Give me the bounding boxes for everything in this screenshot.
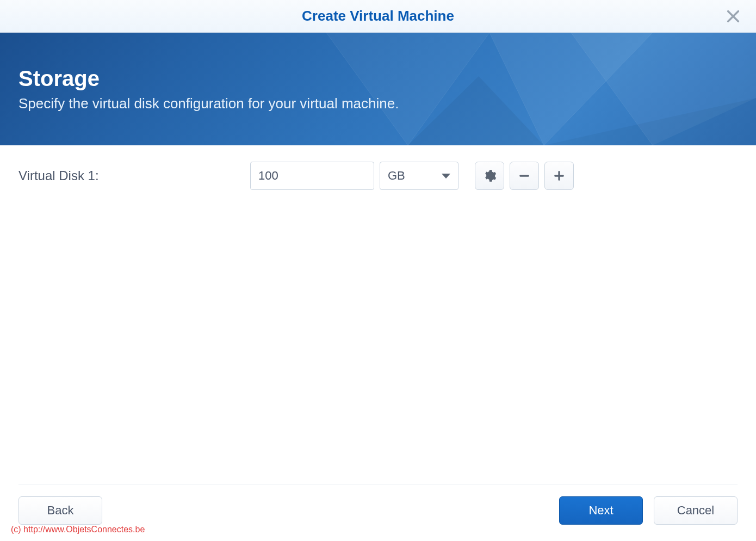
svg-rect-12 [519,175,529,176]
close-button[interactable] [726,9,741,24]
banner: Storage Specify the virtual disk configu… [0,33,756,145]
gear-icon [482,169,497,183]
minus-icon [517,169,531,183]
step-subtitle: Specify the virtual disk configuration f… [18,95,738,112]
titlebar: Create Virtual Machine [0,0,756,33]
footer-buttons: Back Next Cancel [18,496,738,525]
footer-divider [18,484,738,484]
back-button[interactable]: Back [18,496,102,525]
watermark: (c) http://www.ObjetsConnectes.be [11,525,145,534]
content-area: Virtual Disk 1: GB [0,145,756,206]
chevron-down-icon [442,174,450,179]
disk-label: Virtual Disk 1: [18,168,245,183]
footer-right-group: Next Cancel [559,496,738,525]
disk-settings-button[interactable] [475,162,504,190]
next-button[interactable]: Next [559,496,643,525]
close-icon [726,9,741,24]
plus-icon [552,169,566,183]
add-disk-button[interactable] [544,162,574,190]
disk-size-input[interactable] [250,162,374,190]
svg-rect-14 [558,171,560,180]
disk-unit-value: GB [388,169,405,183]
remove-disk-button[interactable] [510,162,539,190]
disk-row: Virtual Disk 1: GB [18,162,738,190]
dialog-title: Create Virtual Machine [302,8,454,24]
cancel-button[interactable]: Cancel [654,496,738,525]
disk-unit-select[interactable]: GB [380,162,458,190]
step-title: Storage [18,66,738,91]
